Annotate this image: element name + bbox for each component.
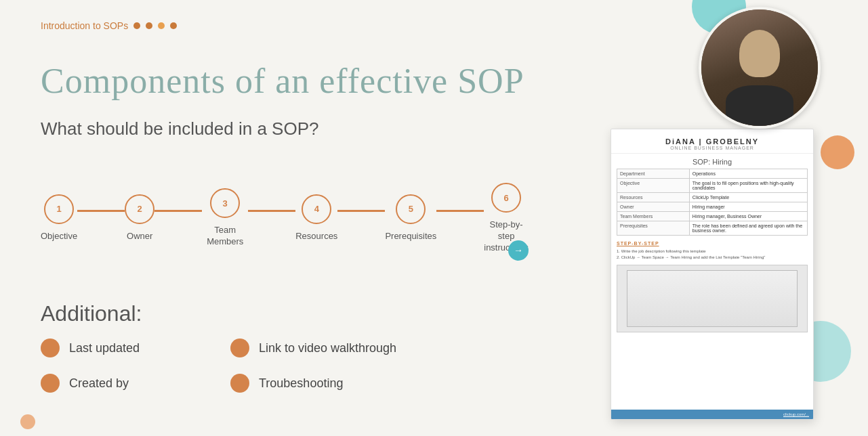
doc-title: SOP: Hiring	[611, 154, 813, 169]
additional-text-left-1: Last updated	[69, 341, 140, 355]
doc-table-row-6: PrerequisitesThe role has been defined a…	[617, 221, 808, 236]
additional-text-left-2: Created by	[69, 376, 129, 391]
doc-step-section: STEP-BY-STEP 1. Write the job descriptio…	[617, 241, 808, 261]
doc-table-row-5: Team MembersHiring manager, Business Own…	[617, 212, 808, 221]
step-circle-6: 6	[491, 183, 521, 213]
main-title: Components of an effective SOP	[41, 61, 524, 101]
deco-circle-orange	[821, 135, 854, 169]
step-circle-4: 4	[302, 194, 331, 224]
step-connector-5	[436, 210, 484, 212]
breadcrumb-dot-3	[158, 22, 165, 29]
doc-value-3: ClickUp Template	[689, 193, 807, 202]
additional-items-left: Last updatedCreated by	[41, 339, 140, 393]
doc-field-3: Resources	[617, 193, 690, 202]
doc-table-row-3: ResourcesClickUp Template	[617, 193, 808, 202]
doc-step-title: STEP-BY-STEP	[617, 241, 808, 246]
additional-dot-left-1	[41, 339, 60, 357]
doc-value-6: The role has been defined and agreed upo…	[689, 221, 807, 236]
avatar-container	[699, 7, 821, 129]
doc-step-item-1: 1. Write the job description following t…	[617, 248, 808, 255]
doc-field-2: Objective	[617, 179, 690, 193]
doc-step-item-2: 2. ClickUp → Team Space → Team Hiring an…	[617, 255, 808, 261]
breadcrumb-dot-1	[133, 22, 140, 29]
doc-bottom-bar: clickup.com/...	[611, 410, 813, 419]
step-label-1: Objective	[41, 231, 77, 242]
doc-brand: DiANA | GROBELNY	[617, 137, 808, 146]
doc-value-1: Operations	[689, 169, 807, 179]
additional-items-right: Link to video walkthroughTroubeshooting	[230, 339, 396, 393]
doc-table-row-4: OwnerHiring manager	[617, 202, 808, 212]
step-circle-5: 5	[396, 194, 426, 224]
additional-title: Additional:	[41, 301, 142, 326]
breadcrumb-dot-2	[146, 22, 152, 29]
step-label-4: Resources	[295, 231, 337, 242]
step-label-5: Prerequisites	[385, 231, 436, 242]
step-connector-2	[154, 210, 202, 212]
step-item-3: 3Team Members	[202, 188, 248, 248]
doc-field-6: Prerequisites	[617, 221, 690, 236]
doc-bottom-link: clickup.com/...	[783, 412, 809, 416]
breadcrumb-dot-4	[170, 22, 177, 29]
step-item-2: 2Owner	[125, 194, 154, 242]
doc-field-1: Department	[617, 169, 690, 179]
avatar-image	[701, 9, 818, 126]
doc-table-row-2: ObjectiveThe goal is to fill open positi…	[617, 179, 808, 193]
additional-item-left-2: Created by	[41, 374, 140, 393]
additional-dot-right-2	[230, 374, 249, 393]
doc-screenshot	[617, 265, 808, 332]
step-item-1: 1Objective	[41, 194, 77, 242]
additional-text-right-2: Troubeshooting	[259, 376, 343, 391]
doc-table: DepartmentOperationsObjectiveThe goal is…	[617, 169, 808, 236]
doc-screenshot-inner	[627, 270, 798, 326]
doc-table-row-1: DepartmentOperations	[617, 169, 808, 179]
subtitle: What should be included in a SOP?	[41, 118, 318, 139]
deco-circle-small-bottom	[20, 414, 35, 429]
additional-dot-left-2	[41, 374, 60, 393]
step-item-4: 4Resources	[295, 194, 337, 242]
step-circle-1: 1	[44, 194, 74, 224]
additional-item-right-2: Troubeshooting	[230, 374, 396, 393]
step-connector-3	[248, 210, 295, 212]
document-panel: DiANA | GROBELNY ONLINE BUSINESS MANAGER…	[611, 129, 814, 420]
step-label-3: Team Members	[202, 225, 248, 248]
additional-item-right-1: Link to video walkthrough	[230, 339, 396, 357]
step-connector-1	[77, 210, 125, 212]
breadcrumb: Introduction to SOPs	[41, 20, 177, 31]
additional-dot-right-1	[230, 339, 249, 357]
doc-value-5: Hiring manager, Business Owner	[689, 212, 807, 221]
doc-brand-sub: ONLINE BUSINESS MANAGER	[617, 146, 808, 150]
doc-value-2: The goal is to fill open positions with …	[689, 179, 807, 193]
breadcrumb-text: Introduction to SOPs	[41, 20, 128, 31]
step-circle-2: 2	[125, 194, 154, 224]
step-label-2: Owner	[127, 231, 152, 242]
additional-item-left-1: Last updated	[41, 339, 140, 357]
step-connector-4	[337, 210, 385, 212]
doc-field-4: Owner	[617, 202, 690, 212]
additional-text-right-1: Link to video walkthrough	[259, 341, 396, 355]
doc-step-text: 1. Write the job description following t…	[617, 248, 808, 261]
step-circle-3: 3	[210, 188, 240, 218]
doc-field-5: Team Members	[617, 212, 690, 221]
steps-container: 1Objective2Owner3Team Members4Resources5…	[41, 183, 529, 254]
steps-line-row: 1Objective2Owner3Team Members4Resources5…	[41, 183, 529, 254]
step-item-5: 5Prerequisites	[385, 194, 436, 242]
doc-header: DiANA | GROBELNY ONLINE BUSINESS MANAGER	[611, 129, 813, 154]
person-body	[726, 85, 793, 126]
doc-value-4: Hiring manager	[689, 202, 807, 212]
arrow-circle: →	[508, 240, 529, 261]
person-head	[739, 30, 780, 77]
